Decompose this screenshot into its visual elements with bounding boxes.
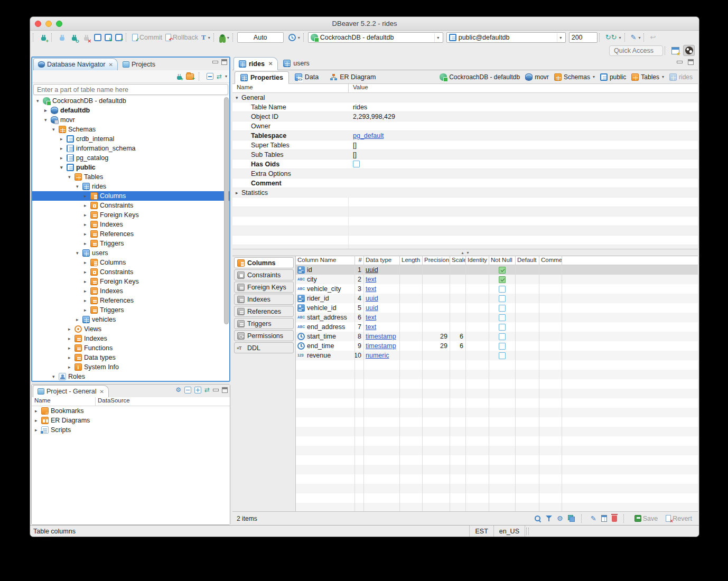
property-row[interactable]: Sub Tables [] bbox=[232, 150, 698, 160]
tree-item[interactable]: crdb_internal bbox=[32, 134, 229, 144]
tree-item[interactable]: Triggers bbox=[32, 239, 229, 248]
tree-caret-icon[interactable] bbox=[35, 408, 41, 414]
tree-item[interactable]: References bbox=[32, 296, 229, 305]
column-row[interactable]: city 2 text bbox=[296, 275, 698, 284]
column-row[interactable]: start_time 8 timestamp 29 6 bbox=[296, 332, 698, 341]
minimize-view-icon[interactable] bbox=[213, 389, 219, 391]
tree-item[interactable]: users bbox=[32, 248, 229, 258]
breadcrumb-item[interactable]: rides ▾ bbox=[669, 73, 693, 81]
col-header[interactable]: Not Null bbox=[489, 256, 516, 265]
tree-item[interactable]: rides bbox=[32, 182, 229, 191]
tree-caret-icon[interactable] bbox=[84, 288, 90, 294]
tree-caret-icon[interactable] bbox=[60, 165, 67, 170]
open-sql-console-button[interactable]: ↳ bbox=[103, 33, 114, 42]
not-null-checkbox[interactable] bbox=[499, 267, 506, 274]
commit-button[interactable]: ✓Commit bbox=[130, 33, 164, 42]
data-type-link[interactable]: timestamp bbox=[366, 342, 396, 350]
compare-icon[interactable] bbox=[568, 515, 575, 522]
tree-caret-icon[interactable] bbox=[76, 184, 82, 189]
tree-caret-icon[interactable] bbox=[84, 279, 90, 284]
data-type-link[interactable]: uuid bbox=[366, 266, 378, 274]
tree-item[interactable]: Roles bbox=[32, 372, 229, 381]
col-header[interactable]: Precision bbox=[423, 256, 450, 265]
detail-side-tab[interactable]: References bbox=[234, 306, 294, 317]
editor-tab[interactable]: rides ✕ bbox=[234, 57, 278, 70]
pencil-icon[interactable]: ✎ bbox=[591, 514, 596, 523]
tree-item[interactable]: Views bbox=[32, 324, 229, 334]
horizontal-splitter[interactable]: ▴ ▾ bbox=[232, 249, 698, 256]
property-row[interactable]: Comment bbox=[232, 179, 698, 188]
minimize-view-icon[interactable] bbox=[212, 61, 218, 63]
col-header[interactable]: Default bbox=[516, 256, 539, 265]
property-value[interactable]: 2,293,998,429 bbox=[353, 113, 395, 120]
link-editor-icon[interactable]: ⇄ bbox=[204, 386, 210, 393]
table-filter-input[interactable] bbox=[33, 84, 228, 95]
expand-all-icon[interactable] bbox=[194, 387, 201, 393]
not-null-checkbox[interactable] bbox=[499, 305, 506, 312]
tree-item[interactable]: Constraints bbox=[32, 267, 229, 277]
tab-project-general[interactable]: Project - General ✕ bbox=[33, 385, 109, 397]
tree-item[interactable]: CockroachDB - defaultdb bbox=[32, 96, 229, 106]
tree-caret-icon[interactable] bbox=[84, 231, 90, 237]
tree-item[interactable]: Indexes bbox=[32, 334, 229, 343]
tree-caret-icon[interactable] bbox=[68, 174, 74, 180]
group-caret-icon[interactable] bbox=[236, 190, 241, 195]
quick-access-input[interactable] bbox=[609, 45, 663, 56]
not-null-checkbox[interactable] bbox=[499, 295, 506, 302]
back-button[interactable]: ↩ bbox=[648, 32, 657, 43]
fetch-size-input[interactable] bbox=[569, 32, 598, 43]
maximize-view-icon[interactable] bbox=[688, 59, 694, 65]
detail-side-tab[interactable]: Foreign Keys bbox=[234, 282, 294, 293]
maximize-view-icon[interactable] bbox=[221, 59, 227, 65]
project-list-item[interactable]: Scripts bbox=[32, 425, 230, 435]
save-button[interactable]: Save bbox=[633, 514, 660, 523]
tree-caret-icon[interactable] bbox=[84, 298, 90, 303]
not-null-checkbox[interactable] bbox=[499, 314, 506, 321]
tree-item[interactable]: Data types bbox=[32, 353, 229, 362]
tree-item[interactable]: Columns bbox=[32, 258, 229, 267]
open-perspective-button[interactable] bbox=[669, 45, 681, 56]
chevron-down-icon[interactable]: ▾ bbox=[593, 74, 595, 79]
property-row[interactable]: Super Tables [] bbox=[232, 140, 698, 150]
tree-item[interactable]: Tables bbox=[32, 172, 229, 182]
reconnect-button[interactable]: ↻ bbox=[68, 32, 80, 43]
chevron-down-icon[interactable]: ▾ bbox=[662, 74, 664, 79]
tree-item[interactable]: Triggers bbox=[32, 305, 229, 315]
tree-item[interactable]: Foreign Keys bbox=[32, 277, 229, 286]
sync-button[interactable]: ↻↻▾ bbox=[604, 32, 623, 43]
commit-mode-selector[interactable]: Auto bbox=[237, 32, 284, 43]
tree-caret-icon[interactable] bbox=[84, 222, 90, 227]
tree-caret-icon[interactable] bbox=[84, 212, 90, 218]
tree-item[interactable]: References bbox=[32, 229, 229, 239]
data-type-link[interactable]: timestamp bbox=[366, 333, 396, 340]
tree-caret-icon[interactable] bbox=[36, 98, 43, 104]
tree-caret-icon[interactable] bbox=[76, 250, 82, 256]
not-null-checkbox[interactable] bbox=[499, 352, 506, 359]
tree-item[interactable]: Indexes bbox=[32, 220, 229, 229]
edit-button[interactable]: ✎▾ bbox=[629, 32, 642, 43]
collapse-all-icon[interactable] bbox=[207, 73, 213, 80]
transaction-history-button[interactable]: ▾ bbox=[287, 33, 302, 42]
connection-selector[interactable]: CockroachDB - defaultdb ▾ bbox=[308, 32, 443, 43]
breadcrumb-item[interactable]: Tables ▾ bbox=[631, 73, 664, 81]
col-header[interactable]: Comment bbox=[539, 256, 562, 265]
tree-item[interactable]: Functions bbox=[32, 343, 229, 353]
tree-caret-icon[interactable] bbox=[84, 269, 90, 275]
filter-icon[interactable] bbox=[546, 516, 552, 522]
tree-caret-icon[interactable] bbox=[60, 155, 67, 161]
view-menu-icon[interactable]: ▾ bbox=[225, 73, 227, 80]
not-null-checkbox[interactable] bbox=[499, 276, 506, 283]
disconnect-button[interactable]: ✕ bbox=[80, 32, 92, 43]
tree-caret-icon[interactable] bbox=[68, 364, 74, 370]
detail-side-tab[interactable]: Indexes bbox=[234, 294, 294, 305]
data-type-link[interactable]: text bbox=[366, 314, 376, 321]
column-row[interactable]: id 1 uuid bbox=[296, 265, 698, 275]
data-type-link[interactable]: uuid bbox=[366, 304, 378, 312]
tree-item[interactable]: Constraints bbox=[32, 201, 229, 210]
new-connection-icon[interactable]: + bbox=[175, 72, 183, 80]
link-editor-icon[interactable]: ⇄ bbox=[217, 73, 222, 80]
not-null-checkbox[interactable] bbox=[499, 333, 506, 340]
tree-item[interactable]: Foreign Keys bbox=[32, 210, 229, 220]
property-row[interactable]: Tablespace pg_default bbox=[232, 131, 698, 140]
tree-caret-icon[interactable] bbox=[84, 203, 90, 208]
